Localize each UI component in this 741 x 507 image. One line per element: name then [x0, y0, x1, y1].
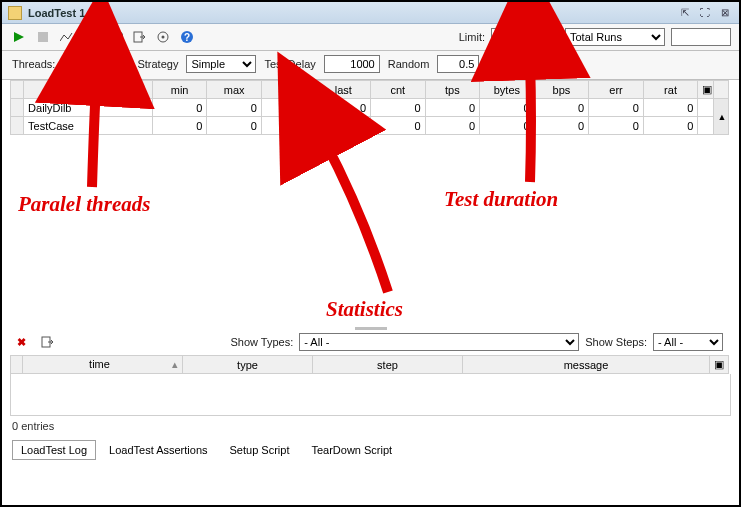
col-tps[interactable]: tps: [425, 81, 480, 99]
settings-icon[interactable]: [154, 28, 172, 46]
main-toolbar: 0.0 ? Limit: ▲▼ Total Runs: [2, 24, 739, 51]
col-max[interactable]: max: [207, 81, 262, 99]
log-toolbar: ✖ Show Types: - All - Show Steps: - All …: [2, 331, 739, 355]
minimize-button[interactable]: ⇱: [677, 6, 693, 20]
export-log-icon[interactable]: [38, 333, 56, 351]
export-icon[interactable]: [130, 28, 148, 46]
stats-icon[interactable]: [58, 28, 76, 46]
svg-point-5: [162, 36, 165, 39]
test-delay-input[interactable]: [324, 55, 380, 73]
log-col-type[interactable]: type: [183, 356, 313, 374]
svg-marker-0: [14, 32, 24, 42]
tab-loadtest-assertions[interactable]: LoadTest Assertions: [100, 440, 216, 460]
log-options-icon[interactable]: ▣: [710, 356, 729, 374]
app-icon: [8, 6, 22, 20]
stats-table-wrap: Test Step min max avg last cnt tps bytes…: [2, 80, 739, 135]
window-title: LoadTest 1: [28, 7, 85, 19]
table-options-icon[interactable]: ▣: [698, 81, 713, 99]
chart-icon[interactable]: [82, 28, 100, 46]
stats-row[interactable]: DailyDilb 0 0 0 0 0 0 0 0 0 0 ▲: [11, 99, 729, 117]
annotation-stats: Statistics: [326, 297, 403, 322]
infinity-icon[interactable]: 0.0: [106, 28, 124, 46]
entries-count: 0 entries: [2, 416, 739, 438]
limit-input[interactable]: [491, 28, 545, 46]
bottom-tab-bar: LoadTest Log LoadTest Assertions Setup S…: [2, 438, 739, 464]
tab-loadtest-log[interactable]: LoadTest Log: [12, 440, 96, 460]
col-avg[interactable]: avg: [261, 81, 316, 99]
threads-spinner[interactable]: ▲▼: [115, 55, 129, 73]
row-name: DailyDilb: [24, 99, 153, 117]
limit-label: Limit:: [459, 31, 485, 43]
show-types-select[interactable]: - All -: [299, 333, 579, 351]
annotation-duration: Test duration: [444, 187, 558, 212]
col-bytes[interactable]: bytes: [480, 81, 535, 99]
maximize-button[interactable]: ⛶: [697, 6, 713, 20]
show-steps-label: Show Steps:: [585, 336, 647, 348]
run-button[interactable]: [10, 28, 28, 46]
limit-spinner[interactable]: ▲▼: [545, 28, 559, 46]
stop-button[interactable]: [34, 28, 52, 46]
svg-text:?: ?: [184, 32, 190, 43]
random-input[interactable]: [437, 55, 479, 73]
show-types-label: Show Types:: [230, 336, 293, 348]
col-err[interactable]: err: [589, 81, 644, 99]
random-label: Random: [388, 58, 430, 70]
col-cnt[interactable]: cnt: [371, 81, 426, 99]
test-controls: Threads: ▲▼ Strategy Simple Test Delay R…: [2, 51, 739, 80]
tab-teardown-script[interactable]: TearDown Script: [302, 440, 401, 460]
log-table: time▴ type step message ▣: [10, 355, 729, 374]
col-last[interactable]: last: [316, 81, 371, 99]
log-col-message[interactable]: message: [463, 356, 710, 374]
limit-type-select[interactable]: Total Runs: [565, 28, 665, 46]
col-test-step[interactable]: Test Step: [24, 81, 153, 99]
col-min[interactable]: min: [152, 81, 207, 99]
col-bps[interactable]: bps: [534, 81, 589, 99]
threads-label: Threads:: [12, 58, 55, 70]
strategy-select[interactable]: Simple: [186, 55, 256, 73]
strategy-label: Strategy: [137, 58, 178, 70]
stats-table: Test Step min max avg last cnt tps bytes…: [10, 80, 729, 135]
log-body: [10, 374, 731, 416]
test-delay-label: Test Delay: [264, 58, 315, 70]
tab-setup-script[interactable]: Setup Script: [221, 440, 299, 460]
annotation-threads: Paralel threads: [18, 192, 150, 217]
threads-input[interactable]: [63, 55, 115, 73]
toolbar-extra-input[interactable]: [671, 28, 731, 46]
help-icon[interactable]: ?: [178, 28, 196, 46]
log-col-time[interactable]: time▴: [23, 356, 183, 374]
close-button[interactable]: ⊠: [717, 6, 733, 20]
stats-row[interactable]: TestCase 0 0 0 0 0 0 0 0 0 0: [11, 117, 729, 135]
svg-rect-1: [38, 32, 48, 42]
delete-log-icon[interactable]: ✖: [12, 333, 30, 351]
row-name: TestCase: [24, 117, 153, 135]
show-steps-select[interactable]: - All -: [653, 333, 723, 351]
col-rat[interactable]: rat: [643, 81, 698, 99]
scroll-up-icon[interactable]: ▲: [713, 99, 728, 135]
stats-header-row: Test Step min max avg last cnt tps bytes…: [11, 81, 729, 99]
window-title-bar: LoadTest 1 ⇱ ⛶ ⊠: [2, 2, 739, 24]
log-col-step[interactable]: step: [313, 356, 463, 374]
